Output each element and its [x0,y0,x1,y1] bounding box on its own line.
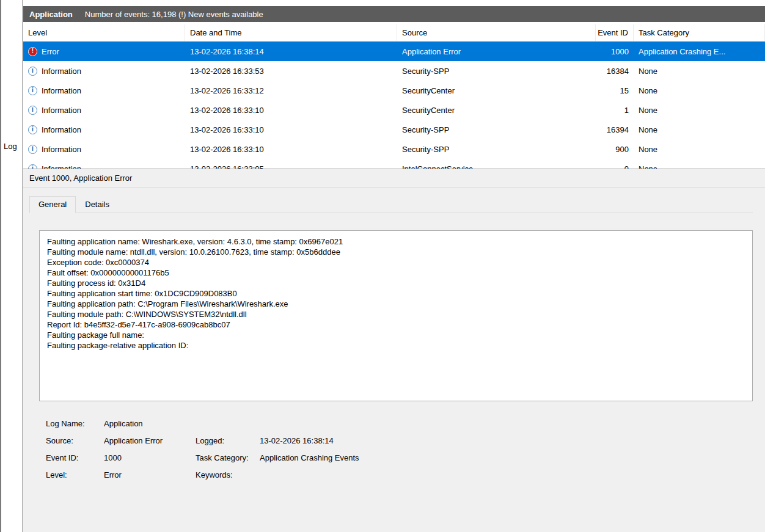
field-label: Log Name: [46,419,104,428]
description-line: Faulting module path: C:\WINDOWS\SYSTEM3… [47,309,745,319]
table-row[interactable]: i Information 13-02-2026 16:33:53 Securi… [23,61,765,81]
field-value: 13-02-2026 16:38:14 [260,436,753,445]
task-category-cell: None [634,106,765,115]
information-level-icon: i [28,67,37,76]
column-header-event-id[interactable]: Event ID [596,24,634,41]
source-cell: Application Error [397,47,596,56]
event-id-cell: 15 [596,86,634,95]
table-row[interactable]: i Information 13-02-2026 16:33:10 Securi… [23,100,765,120]
description-line: Faulting package full name: [47,330,745,340]
field-value: Application Error [104,436,196,445]
event-id-cell: 1 [596,106,634,115]
column-header-task-category[interactable]: Task Category [634,24,765,41]
description-line: Faulting process id: 0x31D4 [47,278,745,288]
events-summary: Number of events: 16,198 (!) New events … [85,10,263,19]
level-cell: Information [42,145,81,154]
description-line: Faulting package-relative application ID… [47,340,745,351]
field-value: Application Crashing Events [260,453,753,462]
field-label: Logged: [196,436,260,445]
event-properties-grid: Log Name: Application Source: Applicatio… [46,415,753,483]
description-line: Faulting application name: Wireshark.exe… [47,236,745,247]
field-label: Level: [46,470,104,479]
source-cell: Security-SPP [397,125,596,134]
information-level-icon: i [28,145,37,154]
event-description-box[interactable]: Faulting application name: Wireshark.exe… [39,230,753,401]
task-category-cell: None [634,145,765,154]
datetime-cell: 13-02-2026 16:33:10 [185,145,397,154]
description-line: Fault offset: 0x00000000001176b5 [47,268,745,278]
level-cell: Information [42,86,81,95]
log-title-bar: Application Number of events: 16,198 (!)… [23,6,765,22]
source-cell: Security-SPP [397,67,596,76]
event-id-cell: 900 [596,145,634,154]
level-cell: Information [42,164,81,169]
column-header-source[interactable]: Source [397,24,596,41]
tree-item-logs-partial[interactable]: Log [4,142,17,151]
task-category-cell: Application Crashing E... [634,47,765,56]
task-category-cell: None [634,86,765,95]
column-header-date-and-time[interactable]: Date and Time [185,24,397,41]
description-line: Faulting module name: ntdll.dll, version… [47,247,745,257]
event-preview-pane: Event 1000, Application Error General De… [23,169,765,532]
source-cell: SecurityCenter [397,86,596,95]
information-level-icon: i [28,125,37,134]
source-cell: IntelConnectService [397,164,596,169]
event-table: Level Date and Time Source Event ID Task… [23,24,765,169]
table-row[interactable]: i Information 13-02-2026 16:33:10 Securi… [23,139,765,159]
table-row[interactable]: ! Error 13-02-2026 16:38:14 Application … [23,42,765,61]
datetime-cell: 13-02-2026 16:33:53 [185,67,397,76]
log-name: Application [29,10,73,19]
source-cell: Security-SPP [397,145,596,154]
description-line: Exception code: 0xc0000374 [47,257,745,268]
event-id-cell: 16394 [596,125,634,134]
description-line: Faulting application start time: 0x1DC9C… [47,288,745,299]
description-line: Report Id: b4e5ff32-d5e7-417c-a908-6909c… [47,319,745,330]
field-value: Error [104,470,196,479]
task-category-cell: None [634,67,765,76]
source-cell: SecurityCenter [397,106,596,115]
field-label: Task Category: [196,453,260,462]
event-viewer-main-pane: Application Number of events: 16,198 (!)… [23,0,765,532]
column-header-level[interactable]: Level [23,24,185,41]
detail-tab-strip: General Details [29,196,753,213]
datetime-cell: 13-02-2026 16:33:12 [185,86,397,95]
level-cell: Error [42,47,59,56]
error-level-icon: ! [28,47,37,56]
event-id-cell: 16384 [596,67,634,76]
field-label: Event ID: [46,453,104,462]
information-level-icon: i [28,106,37,115]
field-value: 1000 [104,453,196,462]
event-id-cell: 0 [596,164,634,169]
table-row[interactable]: i Information 13-02-2026 16:33:10 Securi… [23,120,765,139]
level-cell: Information [42,125,81,134]
table-row[interactable]: i Information 13-02-2026 16:33:12 Securi… [23,81,765,100]
task-category-cell: None [634,125,765,134]
preview-pane-title: Event 1000, Application Error [23,169,765,188]
datetime-cell: 13-02-2026 16:33:05 [185,164,397,169]
event-id-cell: 1000 [596,47,634,56]
tab-general[interactable]: General [29,196,76,213]
field-source-logged: Source: Application Error Logged: 13-02-… [46,432,753,449]
table-row[interactable]: i Information 13-02-2026 16:33:05 IntelC… [23,159,765,169]
field-label: Source: [46,436,104,445]
field-level-keywords: Level: Error Keywords: [46,466,753,483]
level-cell: Information [42,67,81,76]
datetime-cell: 13-02-2026 16:38:14 [185,47,397,56]
information-level-icon: i [28,164,37,169]
field-label: Keywords: [196,470,260,479]
datetime-cell: 13-02-2026 16:33:10 [185,106,397,115]
console-tree-panel: Log [0,0,23,532]
information-level-icon: i [28,86,37,95]
task-category-cell: None [634,164,765,169]
level-cell: Information [42,106,81,115]
field-log-name: Log Name: Application [46,415,753,432]
table-header-row: Level Date and Time Source Event ID Task… [23,24,765,42]
datetime-cell: 13-02-2026 16:33:10 [185,125,397,134]
tab-details[interactable]: Details [76,196,119,213]
field-eventid-taskcategory: Event ID: 1000 Task Category: Applicatio… [46,449,753,466]
field-value: Application [104,419,196,428]
description-line: Faulting application path: C:\Program Fi… [47,299,745,309]
